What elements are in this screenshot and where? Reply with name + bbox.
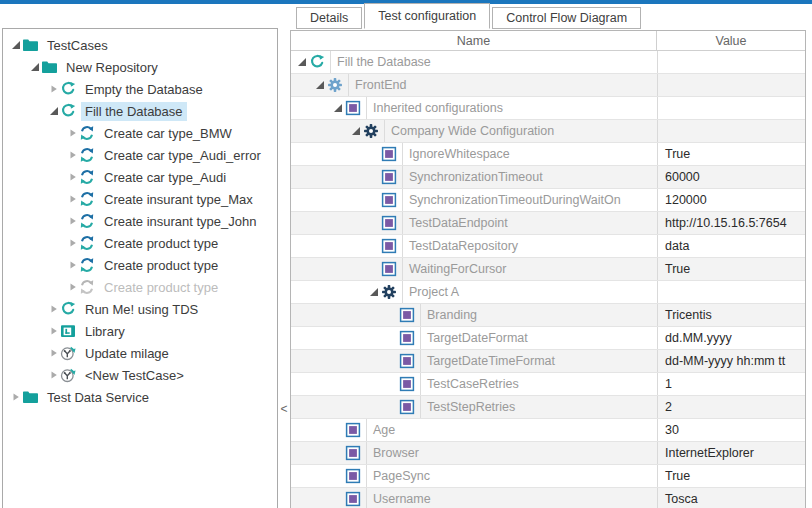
tree-item[interactable]: Test Data Service (3, 386, 277, 408)
table-row[interactable]: WaitingForCursorTrue (291, 258, 805, 281)
table-row[interactable]: Inherited configurations (291, 97, 805, 120)
expander-expanded-icon[interactable] (295, 56, 309, 68)
expander-expanded-icon[interactable] (367, 286, 381, 298)
config-value-cell[interactable]: True (657, 258, 805, 280)
config-value-cell[interactable] (657, 51, 805, 73)
config-value-cell[interactable] (657, 120, 805, 142)
tree-item[interactable]: <New TestCase> (3, 364, 277, 386)
tree-item[interactable]: Create product type (3, 232, 277, 254)
tree-item[interactable]: Create car type_Audi (3, 166, 277, 188)
folder-icon (22, 389, 39, 405)
table-row[interactable]: TestCaseRetries1 (291, 373, 805, 396)
expander-collapsed-icon[interactable] (47, 369, 60, 381)
config-name-label: Browser (366, 442, 657, 464)
steps-icon (79, 191, 96, 207)
config-value-cell[interactable]: http://10.15.16.5:7654 (657, 212, 805, 234)
table-row[interactable]: IgnoreWhitespaceTrue (291, 143, 805, 166)
table-row[interactable]: Age30 (291, 419, 805, 442)
steps-icon (79, 213, 96, 229)
table-row[interactable]: TargetDateTimeFormatdd-MM-yyyy hh:mm tt (291, 350, 805, 373)
expander-expanded-icon[interactable] (47, 105, 60, 117)
config-value-cell[interactable]: 2 (657, 396, 805, 418)
config-value-cell[interactable]: data (657, 235, 805, 257)
expander-collapsed-icon[interactable] (47, 83, 60, 95)
table-row[interactable]: PageSyncTrue (291, 465, 805, 488)
tree-item[interactable]: Create car type_Audi_error (3, 144, 277, 166)
config-value-cell[interactable]: True (657, 143, 805, 165)
expander-collapsed-icon[interactable] (66, 215, 79, 227)
expander-collapsed-icon[interactable] (9, 391, 22, 403)
expander-expanded-icon[interactable] (9, 39, 22, 51)
tab-details[interactable]: Details (296, 7, 362, 29)
table-row[interactable]: TestDataRepositorydata (291, 235, 805, 258)
column-header-value[interactable]: Value (657, 31, 805, 50)
table-row[interactable]: UsernameTosca (291, 488, 805, 508)
folder-icon (41, 59, 58, 75)
config-value-cell[interactable]: Tricentis (657, 304, 805, 326)
collapse-panel-button[interactable]: < (279, 401, 289, 417)
library-icon (60, 323, 77, 339)
table-row[interactable]: TargetDateFormatdd.MM.yyyy (291, 327, 805, 350)
expander-expanded-icon[interactable] (28, 61, 41, 73)
table-row[interactable]: TestDataEndpointhttp://10.15.16.5:7654 (291, 212, 805, 235)
table-row[interactable]: BrandingTricentis (291, 304, 805, 327)
expander-collapsed-icon[interactable] (47, 303, 60, 315)
param-icon (345, 445, 361, 461)
table-row[interactable]: SynchronizationTimeoutDuringWaitOn120000 (291, 189, 805, 212)
expander-expanded-icon[interactable] (313, 79, 327, 91)
name-cell: TargetDateTimeFormat (291, 350, 657, 372)
name-cell: Browser (291, 442, 657, 464)
tree-item[interactable]: Create insurant type_Max (3, 188, 277, 210)
tab-control-flow-diagram[interactable]: Control Flow Diagram (492, 7, 641, 29)
expander-collapsed-icon[interactable] (66, 237, 79, 249)
tree-item[interactable]: Run Me! using TDS (3, 298, 277, 320)
config-value-cell[interactable]: dd.MM.yyyy (657, 327, 805, 349)
gear-dark-icon (381, 284, 397, 300)
tree-item[interactable]: TestCases (3, 34, 277, 56)
tree-item[interactable]: Create product type (3, 254, 277, 276)
expander-expanded-icon[interactable] (349, 125, 363, 137)
config-value-cell[interactable]: True (657, 465, 805, 487)
config-value-cell[interactable] (657, 97, 805, 119)
tab-bar: Details Test configuration Control Flow … (296, 3, 643, 29)
table-row[interactable]: Fill the Database (291, 51, 805, 74)
tab-test-configuration[interactable]: Test configuration (364, 3, 490, 29)
expander-collapsed-icon[interactable] (66, 171, 79, 183)
expander-collapsed-icon[interactable] (66, 193, 79, 205)
table-row[interactable]: SynchronizationTimeout60000 (291, 166, 805, 189)
expander-collapsed-icon[interactable] (47, 325, 60, 337)
expander-collapsed-icon[interactable] (66, 127, 79, 139)
tree-item[interactable]: Empty the Database (3, 78, 277, 100)
config-value-cell[interactable] (657, 74, 805, 96)
expander-collapsed-icon[interactable] (66, 259, 79, 271)
expander-collapsed-icon[interactable] (47, 347, 60, 359)
column-header-name[interactable]: Name (291, 31, 657, 50)
table-row[interactable]: FrontEnd (291, 74, 805, 97)
tree-item[interactable]: Create product type (3, 276, 277, 298)
config-value-cell[interactable]: 120000 (657, 189, 805, 211)
table-row[interactable]: TestStepRetries2 (291, 396, 805, 419)
tree-item[interactable]: Fill the Database (3, 100, 277, 122)
table-row[interactable]: Company Wide Configuration (291, 120, 805, 143)
param-icon (381, 192, 397, 208)
expander-placeholder (367, 217, 381, 229)
table-row[interactable]: Project A (291, 281, 805, 304)
tree-item[interactable]: Create insurant type_John (3, 210, 277, 232)
tree-item[interactable]: Create car type_BMW (3, 122, 277, 144)
table-row[interactable]: BrowserInternetExplorer (291, 442, 805, 465)
config-value-cell[interactable]: dd-MM-yyyy hh:mm tt (657, 350, 805, 372)
config-value-cell[interactable]: 60000 (657, 166, 805, 188)
config-value-cell[interactable]: 30 (657, 419, 805, 441)
tree-item[interactable]: Update milage (3, 342, 277, 364)
config-value-cell[interactable]: 1 (657, 373, 805, 395)
expander-collapsed-icon[interactable] (66, 149, 79, 161)
name-cell: IgnoreWhitespace (291, 143, 657, 165)
config-value-cell[interactable]: Tosca (657, 488, 805, 508)
tree-item[interactable]: New Repository (3, 56, 277, 78)
expander-placeholder (385, 332, 399, 344)
tree-item[interactable]: Library (3, 320, 277, 342)
expander-collapsed-icon[interactable] (66, 281, 79, 293)
config-value-cell[interactable]: InternetExplorer (657, 442, 805, 464)
config-value-cell[interactable] (657, 281, 805, 303)
expander-expanded-icon[interactable] (331, 102, 345, 114)
